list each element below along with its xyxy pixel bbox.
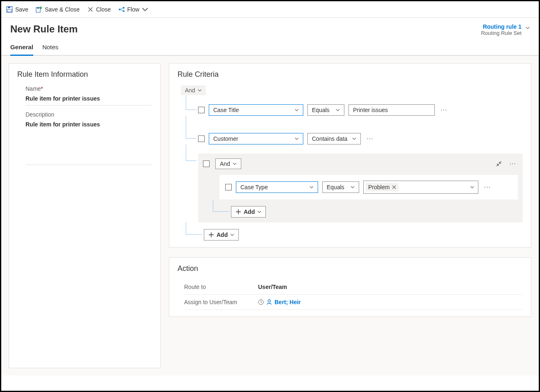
- plus-icon: [208, 232, 214, 238]
- operator-select[interactable]: Equals: [322, 181, 359, 193]
- row-checkbox[interactable]: [198, 107, 205, 113]
- action-card: Action Route to User/Team Assign to User…: [169, 257, 531, 317]
- page-header: New Rule Item Routing rule 1 Routing Rul…: [1, 18, 539, 36]
- tab-notes[interactable]: Notes: [42, 44, 58, 55]
- condition-row: Customer Contains data ···: [198, 133, 523, 144]
- flow-icon: [118, 6, 125, 13]
- tabs: General Notes: [1, 36, 539, 56]
- save-button[interactable]: Save: [6, 6, 28, 13]
- description-field[interactable]: Rule item for printer issues: [25, 119, 152, 165]
- save-icon: [6, 6, 13, 13]
- add-condition-button[interactable]: Add: [231, 206, 266, 218]
- assign-to-label: Assign to User/Team: [184, 299, 258, 305]
- description-label: Description: [25, 111, 152, 118]
- nested-group: And ··· Case Type: [198, 154, 523, 222]
- chevron-down-icon: [257, 210, 261, 214]
- save-label: Save: [15, 6, 28, 13]
- route-to-label: Route to: [184, 284, 258, 290]
- chevron-down-icon: [230, 233, 234, 237]
- save-close-label: Save & Close: [45, 6, 80, 13]
- close-button[interactable]: Close: [87, 6, 111, 13]
- svg-rect-1: [8, 7, 10, 8]
- condition-row: Case Type Equals Problem: [225, 181, 512, 194]
- action-section-title: Action: [178, 264, 523, 273]
- parent-rule-sublabel: Routing Rule Set: [481, 30, 522, 36]
- value-lookup[interactable]: Problem: [363, 181, 478, 194]
- field-select[interactable]: Case Type: [236, 181, 318, 193]
- svg-point-6: [119, 9, 120, 10]
- remove-tag-icon[interactable]: [392, 185, 396, 189]
- svg-rect-2: [7, 9, 12, 12]
- chevron-down-icon: [470, 185, 474, 189]
- close-icon: [87, 6, 94, 13]
- svg-point-7: [123, 7, 125, 9]
- svg-rect-4: [37, 7, 39, 9]
- row-more-button[interactable]: ···: [365, 135, 375, 142]
- tab-general[interactable]: General: [10, 44, 33, 56]
- parent-rule-link[interactable]: Routing rule 1: [481, 23, 522, 30]
- add-condition-button[interactable]: Add: [204, 229, 239, 241]
- value-input[interactable]: Printer issues: [348, 104, 435, 116]
- route-to-value[interactable]: User/Team: [258, 284, 287, 290]
- row-checkbox[interactable]: [225, 184, 232, 190]
- group-checkbox[interactable]: [203, 160, 210, 167]
- person-icon: [266, 299, 272, 305]
- group-operator-and[interactable]: And: [181, 85, 206, 95]
- svg-point-5: [39, 7, 42, 9]
- plus-icon: [235, 209, 241, 215]
- row-more-button[interactable]: ···: [482, 183, 492, 191]
- group-more-button[interactable]: ···: [508, 160, 518, 167]
- operator-select[interactable]: Equals: [307, 104, 344, 116]
- svg-point-8: [123, 10, 125, 12]
- chevron-down-icon: [336, 108, 340, 112]
- group-operator-and[interactable]: And: [215, 158, 241, 169]
- chevron-down-icon: [198, 88, 202, 92]
- chevron-down-icon: [142, 6, 148, 13]
- rule-item-info-card: Rule Item Information Name* Rule item fo…: [9, 63, 161, 368]
- chevron-down-icon: [351, 185, 355, 189]
- save-close-button[interactable]: Save & Close: [36, 6, 80, 13]
- condition-row: Case Title Equals Printer issues ···: [198, 104, 523, 116]
- flow-label: Flow: [127, 6, 140, 13]
- recent-icon: [258, 299, 264, 305]
- flow-button[interactable]: Flow: [118, 6, 149, 13]
- chevron-down-icon: [295, 137, 299, 141]
- chevron-down-icon: [233, 162, 237, 166]
- lookup-tag: Problem: [366, 183, 399, 191]
- name-field[interactable]: Rule item for printer issues: [25, 94, 152, 105]
- collapse-icon[interactable]: [496, 160, 502, 167]
- field-select[interactable]: Case Title: [209, 104, 303, 116]
- rule-criteria-card: Rule Criteria And Case Title Equals: [169, 63, 531, 248]
- criteria-section-title: Rule Criteria: [178, 70, 523, 79]
- close-label: Close: [96, 6, 111, 13]
- chevron-down-icon: [352, 137, 356, 141]
- operator-select[interactable]: Contains data: [307, 133, 361, 144]
- svg-point-10: [268, 300, 270, 302]
- command-bar: Save Save & Close Close Flow: [1, 1, 539, 18]
- chevron-down-icon: [295, 108, 299, 112]
- assign-to-value[interactable]: Bert; Heir: [266, 299, 301, 305]
- name-label: Name*: [25, 85, 152, 92]
- row-more-button[interactable]: ···: [439, 106, 449, 114]
- chevron-down-icon: [309, 185, 314, 189]
- field-select[interactable]: Customer: [209, 133, 303, 144]
- info-section-title: Rule Item Information: [17, 70, 152, 79]
- save-close-icon: [36, 6, 42, 13]
- chevron-down-icon[interactable]: [526, 26, 530, 30]
- row-checkbox[interactable]: [198, 135, 205, 142]
- page-title: New Rule Item: [10, 23, 78, 35]
